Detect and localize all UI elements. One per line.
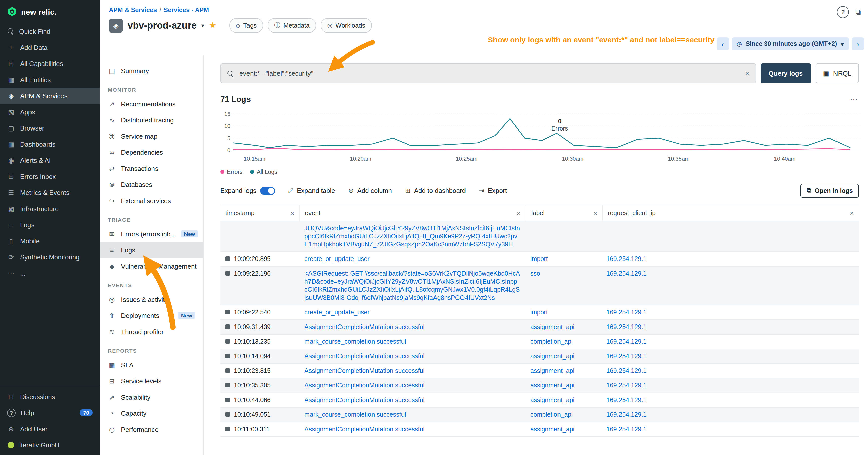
global-nav-item-metrics-events[interactable]: ☰Metrics & Events	[0, 185, 100, 200]
log-label-link[interactable]: import	[525, 252, 601, 266]
log-label-link[interactable]: completion_api	[525, 408, 601, 422]
log-request-ip-link[interactable]: 169.254.129.1	[601, 349, 859, 363]
global-nav-item-apm-services[interactable]: ◈APM & Services	[0, 88, 100, 104]
nrql-button[interactable]: ▣NRQL	[815, 64, 859, 83]
global-nav-item-browser[interactable]: ▢Browser	[0, 120, 100, 136]
entity-nav-item-dependencies[interactable]: ∞Dependencies	[100, 144, 203, 160]
panel-menu-ellipsis-icon[interactable]: ⋯	[850, 94, 859, 104]
footer-item-add-user[interactable]: ⊕Add User	[0, 421, 100, 437]
log-row[interactable]: 10:10:35.305AssignmentCompletionMutation…	[220, 379, 859, 393]
expand-table-button[interactable]: ⤢ Expand table	[288, 187, 335, 195]
global-nav-item-alerts-ai[interactable]: ◉Alerts & AI	[0, 152, 100, 168]
log-row[interactable]: 10:09:22.196<ASGIRequest: GET '/sso/call…	[220, 266, 859, 305]
remove-column-event-icon[interactable]: ×	[513, 209, 521, 217]
global-nav-item-item[interactable]: ⋯...	[0, 265, 100, 281]
log-row[interactable]: 10:09:31.439AssignmentCompletionMutation…	[220, 320, 859, 334]
log-request-ip-link[interactable]: 169.254.129.1	[601, 320, 859, 334]
log-label-link[interactable]	[525, 221, 601, 252]
entity-nav-item-deployments[interactable]: ⇧DeploymentsNew	[100, 307, 203, 324]
log-label-link[interactable]: assignment_api	[525, 320, 601, 334]
log-expand-square-icon[interactable]	[225, 325, 230, 329]
global-nav-item-all-entities[interactable]: ▦All Entities	[0, 71, 100, 88]
log-label-link[interactable]: assignment_api	[525, 379, 601, 392]
log-event-link[interactable]: AssignmentCompletionMutation successful	[300, 393, 525, 407]
log-expand-square-icon[interactable]	[225, 271, 230, 275]
log-request-ip-link[interactable]: 169.254.129.1	[601, 379, 859, 392]
entity-nav-item-vulnerability-management[interactable]: ◆Vulnerability Management	[100, 258, 203, 274]
footer-item-discussions[interactable]: ⊡Discussions	[0, 389, 100, 404]
chart-plot-area[interactable]: 0 Errors	[234, 110, 859, 154]
log-request-ip-link[interactable]: 169.254.129.1	[601, 334, 859, 349]
log-row[interactable]: 10:10:49.051mark_course_completion succe…	[220, 408, 859, 422]
log-request-ip-link[interactable]: 169.254.129.1	[601, 364, 859, 378]
log-request-ip-link[interactable]: 169.254.129.1	[601, 305, 859, 320]
workloads-pill-button[interactable]: ◎Workloads	[321, 18, 372, 33]
time-back-chevron-icon[interactable]: ‹	[716, 37, 728, 51]
log-row[interactable]: 10:10:14.094AssignmentCompletionMutation…	[220, 349, 859, 364]
entity-nav-item-recommendations[interactable]: ↗Recommendations	[100, 96, 203, 112]
log-label-link[interactable]: import	[525, 305, 601, 320]
log-request-ip-link[interactable]: 169.254.129.1	[601, 252, 859, 266]
log-label-link[interactable]: assignment_api	[525, 349, 601, 363]
log-expand-square-icon[interactable]	[225, 427, 230, 431]
entity-chevron-down-icon[interactable]: ▾	[202, 22, 205, 29]
log-expand-square-icon[interactable]	[225, 339, 230, 344]
log-event-link[interactable]: create_or_update_user	[300, 305, 525, 320]
global-nav-item-logs[interactable]: ≡Logs	[0, 217, 100, 233]
global-nav-item-quick-find[interactable]: Quick Find	[0, 23, 100, 39]
remove-column-label-icon[interactable]: ×	[589, 209, 597, 217]
log-expand-square-icon[interactable]	[225, 397, 230, 402]
add-to-dashboard-button[interactable]: ⊞ Add to dashboard	[405, 187, 466, 195]
expand-logs-toggle[interactable]	[260, 187, 275, 195]
log-expand-square-icon[interactable]	[225, 383, 230, 388]
log-label-link[interactable]: assignment_api	[525, 422, 601, 436]
entity-name[interactable]: vbv-prod-azure	[127, 20, 197, 31]
query-input[interactable]	[239, 69, 740, 77]
entity-nav-item-errors-errors-inb[interactable]: ✉Errors (errors inb...New	[100, 226, 203, 242]
log-label-link[interactable]: assignment_api	[525, 393, 601, 407]
breadcrumb-link-services-apm[interactable]: Services - APM	[163, 6, 209, 13]
log-row[interactable]: 10:11:00.311AssignmentCompletionMutation…	[220, 422, 859, 437]
log-row[interactable]: 10:09:22.540create_or_update_userimport1…	[220, 305, 859, 320]
clear-query-icon[interactable]: ×	[745, 69, 749, 78]
log-row[interactable]: JUQVU&code=eyJraWQiOiJjcGltY29yZV8wOTl1M…	[220, 221, 859, 252]
log-request-ip-link[interactable]: 169.254.129.1	[601, 422, 859, 436]
log-request-ip-link[interactable]	[601, 221, 859, 252]
global-nav-item-dashboards[interactable]: ▥Dashboards	[0, 136, 100, 152]
global-nav-item-mobile[interactable]: ▯Mobile	[0, 233, 100, 249]
log-row[interactable]: 10:10:44.066AssignmentCompletionMutation…	[220, 393, 859, 408]
entity-nav-item-logs[interactable]: ≡Logs	[100, 242, 203, 258]
remove-column-timestamp-icon[interactable]: ×	[286, 209, 294, 217]
entity-nav-item-scalability[interactable]: ⇗Scalability	[100, 389, 203, 405]
log-event-link[interactable]: mark_course_completion successful	[300, 334, 525, 349]
breadcrumb-link-apm-services[interactable]: APM & Services	[109, 6, 157, 13]
global-nav-item-errors-inbox[interactable]: ⊟Errors Inbox	[0, 168, 100, 185]
global-nav-item-synthetic-monitoring[interactable]: ⟳Synthetic Monitoring	[0, 249, 100, 265]
global-nav-item-add-data[interactable]: +Add Data	[0, 39, 100, 56]
legend-item-errors[interactable]: Errors	[220, 169, 243, 175]
favorite-star-icon[interactable]: ★	[209, 20, 217, 31]
entity-nav-item-summary[interactable]: ▤Summary	[100, 63, 203, 78]
log-request-ip-link[interactable]: 169.254.129.1	[601, 408, 859, 422]
log-event-link[interactable]: AssignmentCompletionMutation successful	[300, 422, 525, 436]
log-request-ip-link[interactable]: 169.254.129.1	[601, 266, 859, 305]
help-question-icon[interactable]: ?	[837, 6, 849, 18]
log-expand-square-icon[interactable]	[225, 310, 230, 315]
log-label-link[interactable]: sso	[525, 266, 601, 305]
log-event-link[interactable]: AssignmentCompletionMutation successful	[300, 349, 525, 363]
entity-nav-item-thread-profiler[interactable]: ≋Thread profiler	[100, 324, 203, 339]
entity-nav-item-service-levels[interactable]: ⊟Service levels	[100, 373, 203, 389]
log-event-link[interactable]: create_or_update_user	[300, 252, 525, 266]
remove-column-request-client-ip-icon[interactable]: ×	[846, 209, 854, 217]
entity-nav-item-issues-activity[interactable]: ◎Issues & activity	[100, 291, 203, 307]
log-expand-square-icon[interactable]	[225, 412, 230, 417]
global-nav-item-apps[interactable]: ▧Apps	[0, 104, 100, 120]
log-label-link[interactable]: completion_api	[525, 334, 601, 349]
log-event-link[interactable]: AssignmentCompletionMutation successful	[300, 379, 525, 392]
export-button[interactable]: ⇥ Export	[479, 187, 507, 195]
entity-nav-item-databases[interactable]: ⊜Databases	[100, 176, 203, 193]
log-expand-square-icon[interactable]	[225, 257, 230, 261]
footer-item-iterativ-gmbh[interactable]: Iterativ GmbH	[0, 437, 100, 453]
log-event-link[interactable]: JUQVU&code=eyJraWQiOiJjcGltY29yZV8wOTl1M…	[300, 221, 525, 252]
log-expand-square-icon[interactable]	[225, 354, 230, 358]
